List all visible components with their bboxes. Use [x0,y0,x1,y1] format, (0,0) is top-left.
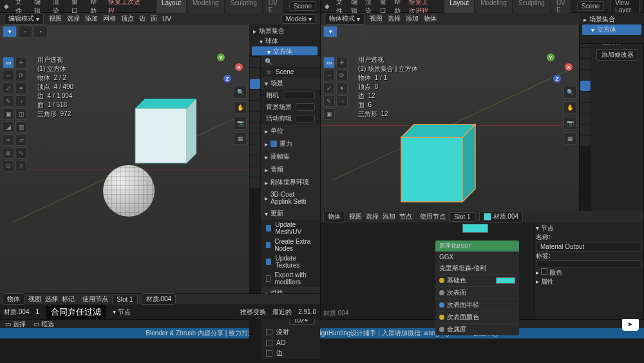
select-mode-vertex[interactable]: ▾ [3,26,17,37]
tool-knife[interactable]: ✂ [3,134,14,146]
add-modifier-dd[interactable]: 添加修改器 [596,49,638,61]
bake-diffuse[interactable]: 漫射 [261,326,320,338]
section-gravity[interactable]: ▸ 重力 [261,137,320,150]
outliner-right[interactable]: ▸ 场景集合 ▾ 立方体 [580,13,644,44]
sh-slot[interactable]: Slot 1 [450,212,475,222]
hdr-view[interactable]: 视图 [49,14,62,23]
node-graph[interactable]: 原理化BSDF GGX 克里斯坦森-伯利 基础色 次表面 次表面半径 次表面颜色… [321,222,534,319]
tool-extrude[interactable]: ▣ [3,108,14,120]
tool-annotate[interactable]: ✎ [3,95,14,107]
sphere-mesh[interactable] [103,165,155,217]
hdr-edge[interactable]: 边 [139,14,146,23]
zoom-icon[interactable]: 🔍 [234,86,247,99]
mat-dd[interactable]: 材质.004 [142,293,176,305]
prop-active-clip[interactable]: 活动剪辑 [261,113,320,124]
sh-mode[interactable]: 物体 [323,211,345,222]
timeline-area[interactable]: 物体 视图 选择 标记 使用节点 Slot 1 材质.004 材质.004 1 … [0,293,320,319]
tab-constraint[interactable] [580,113,591,124]
tool-scale[interactable]: ⤢ [3,83,14,94]
bsdf-node[interactable]: 原理化BSDF GGX 克里斯坦森-伯利 基础色 次表面 次表面半径 次表面颜色… [435,240,519,335]
tool-rip[interactable]: ⫴ [15,160,27,172]
outliner-cube[interactable]: ▾ 立方体 [582,25,641,35]
tab-physics[interactable] [250,133,260,144]
mode-dropdown[interactable]: 物体模式▾ [325,13,365,25]
models-dd[interactable]: Models▾ [281,14,316,24]
tool-addcube[interactable]: ▣ [323,108,335,120]
tool-loopcut[interactable]: ▥ [15,121,27,133]
tool-measure[interactable]: ⟂ [336,95,348,107]
sh-node[interactable]: 节点 [399,212,412,221]
section-update[interactable]: ▾ 更新 [261,207,320,220]
cube-mesh-right[interactable] [385,115,488,211]
tab-object[interactable] [580,70,591,80]
scene-dropdown[interactable]: Scene [289,1,316,11]
sh-select[interactable]: 选择 [366,212,379,221]
tab-particle[interactable] [250,123,260,133]
cube-mesh[interactable] [122,92,206,176]
tab-texture[interactable] [250,177,260,188]
tab-physics[interactable] [580,103,591,113]
tool-select[interactable]: ▭ [3,57,14,68]
shader-editor[interactable]: 物体 视图 选择 添加 节点 使用节点 Slot 1 材质.004 原理化BSD… [321,211,643,319]
node-section[interactable]: ▾ 节点 [536,224,642,233]
tool-smooth[interactable]: ∿ [15,147,27,159]
sh-view[interactable]: 视图 [349,212,362,221]
tool-cursor[interactable]: ✛ [336,57,348,68]
check-export-mods[interactable]: Export with modifiers [261,270,320,287]
tab-modifier[interactable] [580,81,591,91]
select-mode[interactable]: ▾ [323,26,337,37]
hdr-select[interactable]: 选择 [67,14,80,23]
camera-icon[interactable]: 📷 [564,117,576,130]
section-keying[interactable]: ▸ 插帧集 [261,150,320,163]
bsdf-ss-radius[interactable]: 次表面半径 [435,299,519,311]
tool-move[interactable]: ↔ [3,70,14,81]
scene-dropdown[interactable]: Scene [577,1,604,11]
bsdf-metallic[interactable]: 金属度 [435,323,519,335]
viewport-3d-left[interactable]: ▾ ▫ ▪ ▭✛ ↔⟳ ⤢✦ ✎⟂ ▣◫ [0,25,249,293]
nav-gizmo[interactable]: X Y Z [540,50,573,83]
section-applink[interactable]: ▸ 3D-Coat Applink Setti [261,189,320,207]
tab-constraint[interactable] [250,144,260,155]
hdr-view[interactable]: 视图 [370,14,383,23]
bilibili-icon[interactable]: ▶ [622,318,639,331]
tl-mode[interactable]: 物体 [3,293,24,305]
bake-edge[interactable]: 边 [261,348,320,359]
section-rigid[interactable]: ▸ 刚体世界环境 [261,176,320,189]
tool-scale[interactable]: ⤢ [323,83,335,94]
section-audio[interactable]: ▸ 音频 [261,163,320,176]
color-section[interactable]: ▸ 颜色 [536,268,642,277]
tl-view[interactable]: 视图 [28,295,41,304]
pan-icon[interactable]: ✋ [234,101,247,114]
tab-data[interactable] [250,155,260,166]
search-icon[interactable]: 🔍 [265,58,272,65]
tool-rotate[interactable]: ⟳ [336,70,348,81]
check-extra-nodes[interactable]: Create Extra Nodes [261,237,320,253]
tab-output[interactable] [250,68,260,78]
nudge-op[interactable]: 推移变换 [240,308,266,317]
recent-op[interactable]: 最近的 [272,308,292,317]
tab-modifier[interactable] [250,112,260,122]
tool-inset[interactable]: ◫ [15,108,27,120]
bsdf-ss-color[interactable]: 次表面颜色 [435,311,519,323]
nav-gizmo[interactable]: X Y Z [211,50,243,83]
bsdf-ggx[interactable]: GGX [435,251,519,262]
tab-material[interactable] [580,135,591,146]
pan-icon[interactable]: ✋ [564,101,576,114]
tool-spin[interactable]: ⊚ [3,147,14,159]
prop-camera[interactable]: 相机 [261,90,320,101]
section-units[interactable]: ▸ 单位 [261,124,320,137]
hdr-face[interactable]: 面 [151,14,157,23]
tl-select[interactable]: 选择 [45,295,58,304]
tab-object[interactable] [250,101,260,111]
bake-ao[interactable]: AO [261,338,320,348]
mode-dropdown[interactable]: 编辑模式▾ [4,13,44,25]
tab-data[interactable] [580,124,591,135]
check-textures[interactable]: Update Textures [261,253,320,270]
tool-cursor[interactable]: ✛ [15,57,27,68]
tool-select[interactable]: ▭ [323,57,335,68]
tab-scene[interactable] [250,79,260,89]
hdr-add[interactable]: 添加 [85,14,98,23]
tool-transform[interactable]: ✦ [15,83,27,94]
outliner-scene-collection[interactable]: ▸ 场景集合 [581,14,643,25]
hdr-add[interactable]: 添加 [406,14,419,23]
